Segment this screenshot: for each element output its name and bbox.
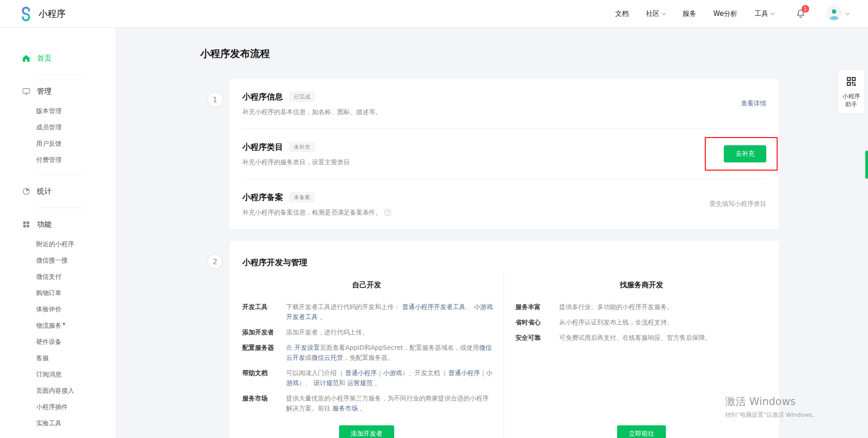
dev-row-text: 在 开发设置页面查看AppID和AppSecret，配置服务器域名，或使用微信云… [286, 343, 494, 362]
miniprogram-logo[interactable]: 小程序 [18, 6, 66, 21]
assistant-label-line1: 小程序 [840, 92, 863, 100]
text-segment: 。 [358, 405, 366, 412]
inline-link[interactable]: 小游戏 [383, 369, 402, 376]
account-menu[interactable] [826, 6, 849, 21]
sidebar-item[interactable]: 附近的小程序 [0, 236, 116, 252]
dev-row-label: 添加开发者 [242, 327, 286, 337]
notification-bell[interactable]: 1 [796, 9, 806, 19]
text-segment: ，免配置服务器。 [343, 354, 394, 361]
row-description: 补充小程序的基本信息，如名称、图标、描述等。 [242, 108, 741, 116]
text-segment: ｜ [480, 369, 486, 376]
inline-link[interactable]: 开发设置 [294, 344, 320, 351]
vendor-row: 服务丰富 提供多行业、多功能的小程序开发服务。 [504, 302, 779, 312]
sidebar-item[interactable]: 付费管理 [0, 152, 116, 168]
sidebar: 首页 管理 版本管理 成员管理 用户反馈 付费管理 统计 功能 附近的小程序 [0, 28, 116, 438]
row-main: 小程序信息 已完成 补充小程序的基本信息，如名称、图标、描述等。 [242, 91, 741, 116]
chevron-down-icon [661, 10, 666, 15]
nav-label: 工具 [755, 10, 768, 18]
fill-category-button[interactable]: 去补充 [724, 145, 766, 162]
row-title-line: 小程序备案 未备案 [242, 192, 709, 203]
features-submenu: 附近的小程序 微信搜一搜 微信支付 购物订单 体验评价 物流服务 硬件设备 客服… [0, 236, 116, 432]
dev-row-label: 服务丰富 [515, 302, 559, 312]
dev-row-text: 提供大量优质的小程序第三方服务，为不同行业的商家提供合适的小程序解决方案。前往 … [286, 393, 494, 413]
row-main: 小程序类目 未补充 补充小程序的服务类目，设置主营类目 [242, 142, 724, 167]
column-header: 自己开发 [230, 281, 504, 290]
sidebar-section-features[interactable]: 功能 [0, 214, 116, 234]
inline-link[interactable]: 普通小程序 [448, 369, 480, 376]
add-developer-button[interactable]: 添加开发者 [339, 425, 394, 438]
dev-columns: 自己开发 开发工具 下载开发者工具进行代码的开发和上传： 普通小程序开发者工具、… [230, 271, 779, 438]
prerequisite-hint: 需先填写小程序类目 [709, 200, 766, 208]
step2-card: 小程序开发与管理 自己开发 开发工具 下载开发者工具进行代码的开发和上传： 普通… [230, 241, 779, 438]
sidebar-item[interactable]: 页面内容接入 [0, 383, 116, 399]
chevron-down-icon [845, 10, 850, 15]
step-number: 2 [208, 254, 223, 269]
inline-link[interactable]: 运营规范 [347, 379, 373, 386]
dev-row-label: 服务市场 [242, 393, 286, 413]
step-1: 1 小程序信息 已完成 补充小程序的基本信息，如名称、图标、描述等。 查看详情 [200, 79, 868, 229]
sidebar-item[interactable]: 订阅消息 [0, 367, 116, 383]
nav-label: 文档 [615, 10, 629, 18]
nav-we-analytics[interactable]: We分析 [713, 10, 737, 18]
dev-row-text: 添加开发者，进行代码上传。 [286, 327, 494, 337]
text-segment: 。 [318, 313, 326, 320]
sidebar-item[interactable]: 购物订单 [0, 285, 116, 301]
view-details-link[interactable]: 查看详情 [741, 100, 766, 108]
sidebar-section-manage[interactable]: 管理 [0, 81, 116, 101]
step-number: 1 [208, 92, 223, 107]
inline-link[interactable]: 服务市场 [332, 405, 358, 412]
sidebar-item-label: 物流服务 [36, 322, 61, 330]
assistant-label-line2: 助手 [840, 100, 863, 109]
text-segment: 页面查看AppID和AppSecret，配置服务器域名，或使用 [320, 344, 479, 351]
text-segment: 和 [339, 379, 347, 386]
sidebar-item-home[interactable]: 首页 [0, 48, 116, 68]
text-segment: 添加开发者，进行代码上传。 [286, 328, 368, 336]
desc-text: 补充小程序的服务类目，设置主营类目 [242, 158, 350, 167]
sidebar-item-label: 首页 [37, 54, 52, 63]
dev-row-label: 安全可靠 [515, 333, 559, 343]
nav-docs[interactable]: 文档 [615, 10, 629, 18]
inline-link[interactable]: 设计规范 [313, 379, 339, 386]
sidebar-item[interactable]: 用户反馈 [0, 136, 116, 152]
sidebar-item[interactable]: 微信搜一搜 [0, 252, 116, 269]
monitor-icon [22, 87, 31, 96]
sidebar-item[interactable]: 硬件设备 [0, 334, 116, 350]
sidebar-section-label: 统计 [37, 187, 52, 196]
status-badge: 已完成 [289, 92, 315, 102]
inline-link[interactable]: 微信云托管 [311, 354, 343, 361]
sidebar-item[interactable]: 物流服务 [0, 318, 116, 334]
sidebar-item[interactable]: 小程序插件 [0, 399, 116, 415]
sidebar-section-stats[interactable]: 统计 [0, 181, 116, 201]
sidebar-item[interactable]: 客服 [0, 350, 116, 367]
text-segment: ）、开发文档（ [402, 369, 448, 376]
nav-tools[interactable]: 工具 [755, 10, 774, 18]
row-title: 小程序备案 [242, 192, 283, 203]
dev-row-label: 配置服务器 [242, 343, 286, 362]
sidebar-item[interactable]: 体验评价 [0, 301, 116, 318]
text-segment: 下载开发者工具进行代码的开发和上传： [286, 303, 402, 310]
divider [36, 75, 84, 75]
row-title-line: 小程序类目 未补充 [242, 142, 724, 152]
manage-submenu: 版本管理 成员管理 用户反馈 付费管理 [0, 103, 116, 168]
nav-community[interactable]: 社区 [646, 10, 665, 18]
sidebar-item[interactable]: 实验工具 [0, 415, 116, 432]
step-indicator: 1 [200, 79, 230, 229]
dev-row-text: 从小程序认证到发布上线，全流程支持。 [559, 317, 673, 327]
row-description: 补充小程序的服务类目，设置主营类目 [242, 158, 724, 167]
go-now-button[interactable]: 立即前往 [617, 425, 666, 438]
sidebar-item[interactable]: 微信支付 [0, 269, 116, 285]
status-badge: 未备案 [289, 192, 315, 202]
inline-link[interactable]: 普通小程序 [345, 369, 377, 376]
text-segment: ）、 [299, 379, 313, 386]
text-segment: 提供大量优质的小程序第三方服务，为不同行业的商家提供合适的小程序解决方案。前往 [286, 395, 489, 412]
pie-chart-icon [22, 187, 31, 196]
inline-link[interactable]: 普通小程序开发者工具 [402, 303, 465, 310]
scrollbar-thumb[interactable] [865, 151, 868, 179]
text-segment: 在 [286, 344, 294, 351]
sidebar-item[interactable]: 成员管理 [0, 119, 116, 136]
sidebar-item[interactable]: 版本管理 [0, 103, 116, 119]
nav-label: 社区 [646, 10, 660, 18]
nav-services[interactable]: 服务 [683, 10, 696, 18]
help-icon[interactable]: ? [384, 209, 391, 216]
miniprogram-assistant-widget[interactable]: 小程序 助手 [838, 70, 864, 113]
